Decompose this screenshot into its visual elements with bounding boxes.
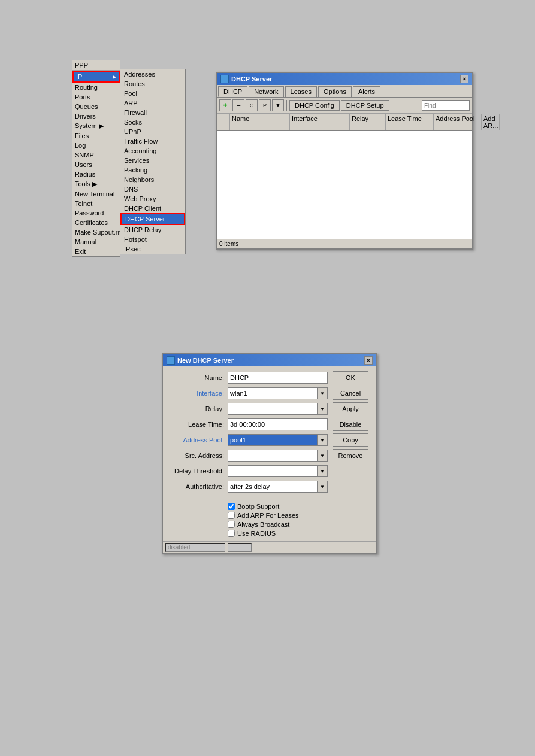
interface-row: Interface: ▼ bbox=[168, 387, 328, 400]
always-broadcast-checkbox[interactable] bbox=[228, 521, 235, 528]
authoritative-label: Authoritative: bbox=[168, 483, 228, 490]
name-row: Name: bbox=[168, 371, 328, 384]
submenu-arp[interactable]: ARP bbox=[120, 98, 185, 108]
authoritative-dropdown-btn[interactable]: ▼ bbox=[317, 481, 328, 493]
dhcp-list-body bbox=[217, 131, 472, 239]
dhcp-server-icon bbox=[220, 75, 229, 83]
submenu-dhcp-relay[interactable]: DHCP Relay bbox=[120, 225, 185, 235]
src-address-input-group: ▼ bbox=[228, 450, 328, 462]
authoritative-input-group: ▼ bbox=[228, 481, 328, 493]
new-dhcp-body: Name: Interface: ▼ Relay: ▼ bbox=[163, 366, 376, 500]
src-address-row: Src. Address: ▼ bbox=[168, 449, 328, 462]
submenu-traffic-flow[interactable]: Traffic Flow bbox=[120, 136, 185, 146]
sidebar-item-ip[interactable]: IP ▶ bbox=[72, 71, 120, 83]
interface-input-group: ▼ bbox=[228, 387, 328, 399]
sidebar-item-manual[interactable]: Manual bbox=[72, 237, 120, 247]
find-input[interactable] bbox=[422, 100, 470, 111]
sidebar-item-telnet[interactable]: Telnet bbox=[72, 199, 120, 208]
authoritative-input[interactable] bbox=[228, 481, 317, 493]
dhcp-server-title: DHCP Server bbox=[231, 75, 272, 83]
tab-alerts[interactable]: Alerts bbox=[353, 86, 380, 97]
tab-network[interactable]: Network bbox=[249, 86, 283, 97]
name-label: Name: bbox=[168, 374, 228, 381]
sidebar-item-tools[interactable]: Tools ▶ bbox=[72, 179, 120, 189]
sidebar-item-radius[interactable]: Radius bbox=[72, 169, 120, 179]
sidebar-item-drivers[interactable]: Drivers bbox=[72, 111, 120, 121]
delay-threshold-input[interactable] bbox=[228, 465, 317, 477]
always-broadcast-label: Always Broadcast bbox=[237, 521, 289, 528]
delay-threshold-dropdown-btn[interactable]: ▼ bbox=[317, 465, 328, 477]
disable-button[interactable]: Disable bbox=[333, 418, 368, 431]
sidebar-item-snmp[interactable]: SNMP bbox=[72, 150, 120, 160]
apply-button[interactable]: Apply bbox=[333, 402, 368, 415]
sidebar-item-ports[interactable]: Ports bbox=[72, 92, 120, 102]
add-button[interactable]: + bbox=[219, 99, 231, 111]
submenu-services[interactable]: Services bbox=[120, 156, 185, 165]
add-arp-label: Add ARP For Leases bbox=[237, 512, 299, 519]
sidebar-item-users[interactable]: Users bbox=[72, 160, 120, 169]
lease-time-input[interactable] bbox=[228, 418, 328, 430]
submenu-firewall[interactable]: Firewall bbox=[120, 108, 185, 117]
copy-button[interactable]: Copy bbox=[333, 433, 368, 447]
remove-button[interactable]: Remove bbox=[333, 449, 368, 462]
submenu-packing[interactable]: Packing bbox=[120, 165, 185, 175]
add-arp-row: Add ARP For Leases bbox=[228, 512, 371, 519]
name-input[interactable] bbox=[228, 372, 328, 384]
tab-leases[interactable]: Leases bbox=[285, 86, 317, 97]
tab-options[interactable]: Options bbox=[318, 86, 352, 97]
new-dhcp-window: New DHCP Server × Name: Interface: ▼ bbox=[162, 353, 377, 554]
sidebar-item-new-terminal[interactable]: New Terminal bbox=[72, 189, 120, 199]
ip-submenu: Addresses Routes Pool ARP Firewall Socks… bbox=[120, 69, 186, 254]
paste-toolbar-button[interactable]: P bbox=[259, 99, 271, 111]
interface-dropdown-btn[interactable]: ▼ bbox=[317, 387, 328, 399]
remove-button[interactable]: − bbox=[232, 99, 244, 111]
sidebar-item-make-supout[interactable]: Make Supout.rif bbox=[72, 227, 120, 237]
authoritative-row: Authoritative: ▼ bbox=[168, 480, 328, 493]
submenu-dns[interactable]: DNS bbox=[120, 184, 185, 194]
submenu-ipsec[interactable]: IPsec bbox=[120, 244, 185, 254]
add-arp-checkbox[interactable] bbox=[228, 512, 235, 519]
bootp-support-checkbox[interactable] bbox=[228, 503, 235, 510]
submenu-pool[interactable]: Pool bbox=[120, 89, 185, 98]
bootp-support-label: Bootp Support bbox=[237, 503, 279, 510]
submenu-routes[interactable]: Routes bbox=[120, 79, 185, 89]
submenu-accounting[interactable]: Accounting bbox=[120, 146, 185, 156]
sidebar-item-password[interactable]: Password bbox=[72, 208, 120, 218]
submenu-upnp[interactable]: UPnP bbox=[120, 127, 185, 136]
sidebar-item-certificates[interactable]: Certificates bbox=[72, 218, 120, 227]
sidebar-item-files[interactable]: Files bbox=[72, 131, 120, 141]
use-radius-checkbox[interactable] bbox=[228, 530, 235, 537]
relay-input[interactable] bbox=[228, 403, 317, 415]
dhcp-setup-button[interactable]: DHCP Setup bbox=[341, 100, 389, 111]
submenu-dhcp-client[interactable]: DHCP Client bbox=[120, 204, 185, 213]
address-pool-dropdown-btn[interactable]: ▼ bbox=[317, 434, 328, 446]
dhcp-tabs: DHCP Network Leases Options Alerts bbox=[217, 85, 472, 98]
filter-button[interactable]: ▼ bbox=[272, 99, 284, 111]
submenu-hotspot[interactable]: Hotspot bbox=[120, 235, 185, 244]
submenu-dhcp-server[interactable]: DHCP Server bbox=[120, 213, 185, 225]
dhcp-config-button[interactable]: DHCP Config bbox=[289, 100, 340, 111]
submenu-neighbors[interactable]: Neighbors bbox=[120, 175, 185, 184]
src-address-dropdown-btn[interactable]: ▼ bbox=[317, 450, 328, 462]
sidebar-item-log[interactable]: Log bbox=[72, 141, 120, 150]
submenu-web-proxy[interactable]: Web Proxy bbox=[120, 194, 185, 204]
submenu-addresses[interactable]: Addresses bbox=[120, 69, 185, 79]
ok-button[interactable]: OK bbox=[333, 371, 368, 384]
address-pool-input[interactable] bbox=[228, 434, 317, 446]
relay-dropdown-btn[interactable]: ▼ bbox=[317, 403, 328, 415]
sidebar-item-ppp[interactable]: PPP bbox=[72, 60, 120, 71]
dhcp-server-close-btn[interactable]: × bbox=[460, 75, 468, 83]
submenu-socks[interactable]: Socks bbox=[120, 117, 185, 127]
cancel-button[interactable]: Cancel bbox=[333, 387, 368, 400]
new-dhcp-close-btn[interactable]: × bbox=[364, 356, 373, 365]
src-address-input[interactable] bbox=[228, 450, 317, 462]
copy-toolbar-button[interactable]: C bbox=[246, 99, 258, 111]
relay-input-group: ▼ bbox=[228, 403, 328, 415]
header-checkbox bbox=[218, 114, 230, 130]
sidebar-item-queues[interactable]: Queues bbox=[72, 102, 120, 111]
tab-dhcp[interactable]: DHCP bbox=[218, 86, 247, 97]
interface-input[interactable] bbox=[228, 387, 317, 399]
sidebar-item-exit[interactable]: Exit bbox=[72, 247, 120, 256]
sidebar-item-routing[interactable]: Routing bbox=[72, 83, 120, 92]
sidebar-item-system[interactable]: System ▶ bbox=[72, 121, 120, 131]
